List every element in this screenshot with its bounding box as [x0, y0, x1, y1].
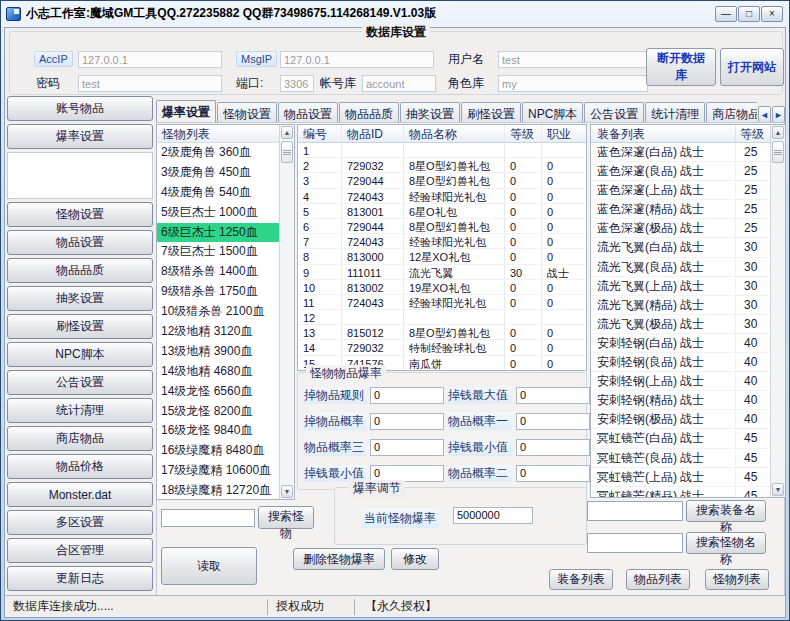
monster-list-item[interactable]: 13级地精 3900血 [157, 342, 280, 362]
scroll-up-button[interactable]: ▲ [281, 126, 293, 139]
equip-row[interactable]: 流光飞翼(白品) 战士30 [591, 238, 772, 257]
equip-row[interactable]: 安刺轻钢(极品) 战士40 [591, 410, 772, 429]
monster-list-item[interactable]: 16级龙怪 9840血 [157, 421, 280, 441]
equip-row[interactable]: 安刺轻钢(良品) 战士40 [591, 353, 772, 372]
sidebar-item-1[interactable]: 爆率设置 [7, 124, 153, 149]
sidebar-item-5[interactable]: 抽奖设置 [7, 286, 153, 311]
monster-list-item[interactable]: 14级地精 4680血 [157, 362, 280, 382]
sidebar-item-15[interactable]: 更新日志 [7, 566, 153, 591]
drop-field-input[interactable]: 0 [516, 439, 590, 456]
table-row[interactable]: 37290448星O型幻兽礼包00 [298, 173, 586, 188]
drop-field-input[interactable]: 0 [516, 387, 590, 404]
account-db-field[interactable]: account [362, 75, 436, 92]
table-row[interactable]: 138150128星O型幻兽礼包00 [298, 325, 586, 340]
sidebar-item-3[interactable]: 物品设置 [7, 230, 153, 255]
table-row[interactable]: 9111011流光飞翼30战士 [298, 265, 586, 280]
tab-scroll-left-button[interactable]: ◄ [758, 106, 771, 123]
table-row[interactable]: 12 [298, 310, 586, 325]
equip-row[interactable]: 流光飞翼(上品) 战士30 [591, 277, 772, 296]
monster-list-item[interactable]: 12级地精 3120血 [157, 322, 280, 342]
table-row[interactable]: 11724043经验球阳光礼包00 [298, 295, 586, 310]
monster-list-item[interactable]: 17级绿魔精 10600血 [157, 461, 280, 481]
monster-list-item[interactable]: 7级巨杰士 1500血 [157, 242, 280, 262]
monster-list-item[interactable]: 8级猎杀兽 1400血 [157, 262, 280, 282]
sidebar-item-4[interactable]: 物品品质 [7, 258, 153, 283]
sidebar-item-0[interactable]: 账号物品 [7, 96, 153, 121]
sidebar-item-12[interactable]: Monster.dat [7, 482, 153, 507]
tab-8[interactable]: 统计清理 [645, 102, 705, 123]
monster-list-item[interactable]: 2级鹿角兽 360血 [157, 143, 280, 163]
password-field[interactable]: test [78, 75, 222, 92]
equip-row[interactable]: 流光飞翼(极品) 战士30 [591, 315, 772, 334]
table-row[interactable]: 881300012星XO礼包00 [298, 249, 586, 264]
search-equip-name-button[interactable]: 搜索装备名称 [686, 500, 766, 522]
monster-list-item[interactable]: 9级猎杀兽 1750血 [157, 282, 280, 302]
monster-list-button[interactable]: 怪物列表 [705, 569, 769, 590]
sidebar-item-2[interactable]: 怪物设置 [7, 202, 153, 227]
table-row[interactable]: 7724043经验球阳光礼包00 [298, 234, 586, 249]
monster-search-input[interactable] [161, 509, 255, 527]
sidebar-item-6[interactable]: 刷怪设置 [7, 314, 153, 339]
drop-field-input[interactable]: 0 [516, 413, 590, 430]
monster-list-item[interactable]: 15级龙怪 8200血 [157, 402, 280, 422]
search-monster-button[interactable]: 搜索怪物 [258, 506, 314, 529]
monster-list-item[interactable]: 3级鹿角兽 450血 [157, 163, 280, 183]
minimize-button[interactable]: — [715, 6, 737, 22]
open-website-button[interactable]: 打开网站 [720, 48, 784, 86]
table-row[interactable]: 67290448星O型幻兽礼包00 [298, 219, 586, 234]
equip-name-search-input[interactable] [587, 501, 683, 521]
monster-list-item[interactable]: 18级绿魔精 12720血 [157, 481, 280, 501]
equip-row[interactable]: 冥虹镜芒(白品) 战士45 [591, 429, 772, 448]
sidebar-item-11[interactable]: 物品价格 [7, 454, 153, 479]
monster-list-item[interactable]: 10级猎杀兽 2100血 [157, 302, 280, 322]
username-field[interactable]: test [498, 51, 648, 68]
monster-list-item[interactable]: 6级巨杰士 1250血 [157, 223, 280, 243]
table-row[interactable]: 1081300219星XO礼包00 [298, 280, 586, 295]
tab-1[interactable]: 怪物设置 [217, 102, 277, 123]
equipment-scrollbar[interactable]: ▲ ▼ [770, 125, 785, 497]
maximize-button[interactable]: □ [738, 6, 760, 22]
monster-list-item[interactable]: 4级鹿角兽 540血 [157, 183, 280, 203]
table-row[interactable]: 27290328星O型幻兽礼包00 [298, 158, 586, 173]
scroll-down-button[interactable]: ▼ [772, 483, 784, 496]
equip-list-button[interactable]: 装备列表 [549, 569, 613, 590]
equip-row[interactable]: 蓝色深邃(白品) 战士25 [591, 143, 772, 162]
table-row[interactable]: 58130016星O礼包00 [298, 204, 586, 219]
accip-field[interactable]: 127.0.0.1 [78, 51, 222, 68]
tab-3[interactable]: 物品品质 [339, 102, 399, 123]
disconnect-db-button[interactable]: 断开数据库 [646, 48, 716, 86]
equip-row[interactable]: 冥虹镜芒(上品) 战士45 [591, 468, 772, 487]
modify-button[interactable]: 修改 [391, 548, 439, 570]
scroll-up-button[interactable]: ▲ [772, 126, 784, 139]
tab-6[interactable]: NPC脚本 [522, 102, 583, 123]
tab-4[interactable]: 抽奖设置 [400, 102, 460, 123]
item-list-button[interactable]: 物品列表 [626, 569, 690, 590]
equip-row[interactable]: 蓝色深邃(良品) 战士25 [591, 162, 772, 181]
drop-field-input[interactable]: 0 [370, 439, 444, 456]
monster-list-item[interactable]: 5级巨杰士 1000血 [157, 203, 280, 223]
drop-field-input[interactable]: 0 [370, 413, 444, 430]
tab-scroll-right-button[interactable]: ► [772, 106, 785, 123]
monster-list-item[interactable]: 14级龙怪 6560血 [157, 382, 280, 402]
equip-row[interactable]: 流光飞翼(精品) 战士30 [591, 296, 772, 315]
equip-row[interactable]: 蓝色深邃(精品) 战士25 [591, 200, 772, 219]
search-monster-name-button[interactable]: 搜索怪物名称 [686, 532, 766, 554]
tab-0[interactable]: 爆率设置 [156, 100, 216, 123]
scroll-down-button[interactable]: ▼ [281, 485, 293, 498]
drop-field-input[interactable]: 0 [370, 387, 444, 404]
tab-2[interactable]: 物品设置 [278, 102, 338, 123]
sidebar-item-13[interactable]: 多区设置 [7, 510, 153, 535]
read-button[interactable]: 读取 [161, 547, 257, 585]
close-button[interactable]: × [761, 6, 783, 22]
monster-name-search-input[interactable] [587, 533, 683, 553]
port-field[interactable]: 3306 [280, 75, 314, 92]
table-row[interactable]: 4724043经验球阳光礼包00 [298, 189, 586, 204]
sidebar-item-14[interactable]: 合区管理 [7, 538, 153, 563]
table-row[interactable]: 14729032特制经验球礼包00 [298, 340, 586, 355]
equip-row[interactable]: 蓝色深邃(上品) 战士25 [591, 181, 772, 200]
tab-5[interactable]: 刷怪设置 [461, 102, 521, 123]
equip-row[interactable]: 冥虹镜芒(良品) 战士45 [591, 449, 772, 468]
tab-7[interactable]: 公告设置 [584, 102, 644, 123]
drop-field-input[interactable]: 0 [516, 465, 590, 482]
scrollbar-thumb[interactable] [772, 141, 784, 163]
